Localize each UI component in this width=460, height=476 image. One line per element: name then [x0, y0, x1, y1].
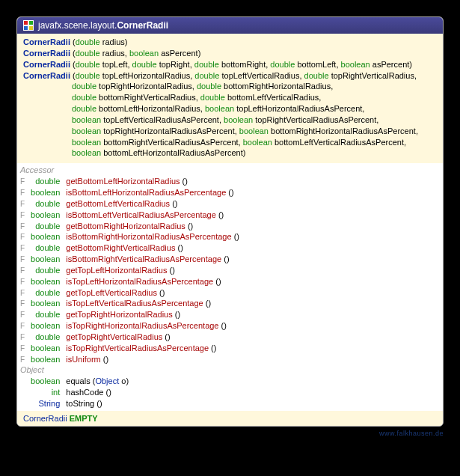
constructor-line: double topRightHorizontalRadius, double … — [23, 81, 437, 92]
method-signature: isTopRightHorizontalRadiusAsPercentage (… — [63, 320, 443, 332]
modifier: F — [17, 242, 28, 254]
method-row: inthashCode () — [17, 387, 443, 398]
return-type: boolean — [28, 254, 63, 265]
method-row: FbooleanisTopRightVerticalRadiusAsPercen… — [17, 343, 443, 354]
method-row: booleanequals (Object o) — [17, 376, 443, 387]
method-signature: isBottomRightVerticalRadiusAsPercentage … — [63, 254, 443, 265]
constant-name: EMPTY — [70, 414, 98, 423]
modifier — [17, 387, 28, 398]
constant-type: CornerRadii — [23, 414, 67, 423]
method-row: FdoublegetTopLeftVerticalRadius () — [17, 287, 443, 299]
method-signature: isBottomLeftVerticalRadiusAsPercentage (… — [63, 210, 443, 221]
method-signature: isBottomRightHorizontalRadiusAsPercentag… — [63, 231, 443, 242]
method-row: FbooleanisTopLeftVerticalRadiusAsPercent… — [17, 298, 443, 309]
svg-rect-4 — [29, 26, 33, 30]
return-type: double — [28, 176, 63, 187]
method-signature: getTopRightVerticalRadius () — [63, 332, 443, 343]
method-row: FbooleanisBottomRightHorizontalRadiusAsP… — [17, 231, 443, 242]
method-signature: isUniform () — [63, 354, 443, 365]
constructor-line: double bottomRightVerticalRadius, double… — [23, 92, 437, 103]
method-signature: getTopRightHorizontalRadius () — [63, 309, 443, 320]
modifier: F — [17, 198, 28, 210]
return-type: double — [28, 198, 63, 210]
svg-rect-2 — [29, 21, 33, 25]
modifier — [17, 376, 28, 387]
constructors-block: CornerRadii (double radius)CornerRadii (… — [17, 34, 443, 163]
method-row: FdoublegetTopLeftHorizontalRadius () — [17, 265, 443, 276]
class-name: CornerRadii — [117, 20, 168, 31]
return-type: double — [28, 242, 63, 254]
method-signature: getBottomRightHorizontalRadius () — [63, 221, 443, 232]
constructor-line: boolean topRightHorizontalRadiusAsPercen… — [23, 126, 437, 137]
modifier: F — [17, 276, 28, 287]
return-type: double — [28, 309, 63, 320]
return-type: boolean — [28, 376, 63, 387]
return-type: boolean — [28, 231, 63, 242]
modifier: F — [17, 231, 28, 242]
method-signature: getBottomRightVerticalRadius () — [63, 242, 443, 254]
constructor-line: CornerRadii (double topLeft, double topR… — [23, 59, 437, 70]
method-signature: hashCode () — [63, 387, 443, 398]
modifier: F — [17, 343, 28, 354]
return-type: double — [28, 221, 63, 232]
constants-block: CornerRadii EMPTY — [17, 411, 443, 426]
methods-block: AccessorFdoublegetBottomLeftHorizontalRa… — [17, 163, 443, 411]
method-row: FdoublegetBottomRightHorizontalRadius () — [17, 221, 443, 232]
method-signature: isTopLeftVerticalRadiusAsPercentage () — [63, 298, 443, 309]
return-type: boolean — [28, 343, 63, 354]
method-row: FbooleanisBottomLeftHorizontalRadiusAsPe… — [17, 187, 443, 198]
method-row: FbooleanisBottomLeftVerticalRadiusAsPerc… — [17, 210, 443, 221]
return-type: boolean — [28, 187, 63, 198]
svg-rect-1 — [24, 21, 28, 25]
method-signature: getBottomLeftVerticalRadius () — [63, 198, 443, 210]
section-label: Object — [17, 364, 443, 376]
modifier: F — [17, 254, 28, 265]
header-text: javafx.scene.layout.CornerRadii — [38, 20, 168, 31]
method-signature: equals (Object o) — [63, 376, 443, 387]
return-type: boolean — [28, 320, 63, 332]
modifier: F — [17, 210, 28, 221]
constructor-line: double bottomLeftHorizontalRadius, boole… — [23, 103, 437, 115]
constructor-line: CornerRadii (double topLeftHorizontalRad… — [23, 70, 437, 82]
method-row: FbooleanisTopLeftHorizontalRadiusAsPerce… — [17, 276, 443, 287]
credit-text: www.falkhausen.de — [16, 430, 444, 437]
modifier: F — [17, 176, 28, 187]
modifier — [17, 398, 28, 409]
return-type: boolean — [28, 354, 63, 365]
modifier: F — [17, 265, 28, 276]
method-row: FbooleanisTopRightHorizontalRadiusAsPerc… — [17, 320, 443, 332]
section-label: Accessor — [17, 165, 443, 176]
method-signature: getTopLeftVerticalRadius () — [63, 287, 443, 299]
method-signature: getBottomLeftHorizontalRadius () — [63, 176, 443, 187]
method-row: FdoublegetTopRightHorizontalRadius () — [17, 309, 443, 320]
constructor-line: CornerRadii (double radius, boolean asPe… — [23, 48, 437, 59]
return-type: double — [28, 265, 63, 276]
class-header: javafx.scene.layout.CornerRadii — [17, 17, 443, 34]
method-row: FdoublegetBottomLeftHorizontalRadius () — [17, 176, 443, 187]
method-signature: isTopRightVerticalRadiusAsPercentage () — [63, 343, 443, 354]
modifier: F — [17, 354, 28, 365]
method-signature: isBottomLeftHorizontalRadiusAsPercentage… — [63, 187, 443, 198]
method-signature: isTopLeftHorizontalRadiusAsPercentage () — [63, 276, 443, 287]
method-row: FdoublegetBottomRightVerticalRadius () — [17, 242, 443, 254]
method-row: StringtoString () — [17, 398, 443, 409]
return-type: boolean — [28, 298, 63, 309]
method-row: FbooleanisUniform () — [17, 354, 443, 365]
constructor-line: boolean bottomRightVerticalRadiusAsPerce… — [23, 137, 437, 148]
return-type: double — [28, 332, 63, 343]
constructor-line: boolean bottomLeftHorizontalRadiusAsPerc… — [23, 147, 437, 159]
method-signature: toString () — [63, 398, 443, 409]
modifier: F — [17, 320, 28, 332]
constructor-line: CornerRadii (double radius) — [23, 37, 437, 48]
modifier: F — [17, 298, 28, 309]
modifier: F — [17, 332, 28, 343]
method-row: FbooleanisBottomRightVerticalRadiusAsPer… — [17, 254, 443, 265]
return-type: boolean — [28, 276, 63, 287]
return-type: double — [28, 287, 63, 299]
modifier: F — [17, 187, 28, 198]
modifier: F — [17, 287, 28, 299]
method-row: FdoublegetTopRightVerticalRadius () — [17, 332, 443, 343]
svg-rect-3 — [24, 26, 28, 30]
package-name: javafx.scene.layout. — [38, 20, 117, 31]
return-type: String — [28, 398, 63, 409]
